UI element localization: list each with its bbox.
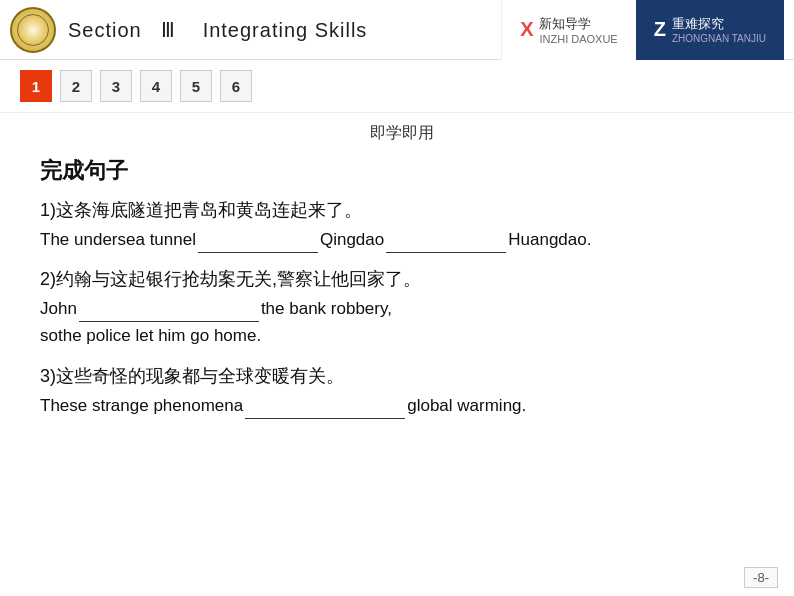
tab-1[interactable]: 1: [20, 70, 52, 102]
center-label: 即学即用: [40, 123, 764, 144]
header-title: Section Ⅲ Integrating Skills: [68, 18, 367, 42]
tab-4[interactable]: 4: [140, 70, 172, 102]
zhong-text: 重难探究 ZHONGNAN TANJIU: [672, 15, 766, 44]
exercise-2: 2)约翰与这起银行抢劫案无关,警察让他回家了。 Johnthe bank rob…: [40, 267, 764, 349]
section-label: Section: [68, 19, 142, 41]
logo: [10, 7, 56, 53]
exercise-1: 1)这条海底隧道把青岛和黄岛连起来了。 The undersea tunnelQ…: [40, 198, 764, 253]
ex1-cn: 1)这条海底隧道把青岛和黄岛连起来了。: [40, 198, 764, 222]
x-icon: X: [520, 18, 533, 41]
ex1-blank1: [198, 235, 318, 253]
tab-2[interactable]: 2: [60, 70, 92, 102]
logo-inner: [17, 14, 49, 46]
xin-en: INZHI DAOXUE: [539, 33, 617, 45]
xin-text: 新知导学 INZHI DAOXUE: [539, 15, 617, 45]
section-number: Ⅲ: [161, 19, 176, 41]
xin-zh: 新知导学: [539, 15, 617, 33]
tabs-bar: 1 2 3 4 5 6: [0, 60, 794, 113]
page-number: -8-: [744, 567, 778, 588]
header-right: X 新知导学 INZHI DAOXUE Z 重难探究 ZHONGNAN TANJ…: [501, 0, 784, 60]
ex2-en: Johnthe bank robbery,sothe police let hi…: [40, 295, 764, 349]
exercise-3: 3)这些奇怪的现象都与全球变暖有关。 These strange phenome…: [40, 364, 764, 419]
ex2-cn: 2)约翰与这起银行抢劫案无关,警察让他回家了。: [40, 267, 764, 291]
ex2-blank1: [79, 304, 259, 322]
tab-5[interactable]: 5: [180, 70, 212, 102]
ex3-cn: 3)这些奇怪的现象都与全球变暖有关。: [40, 364, 764, 388]
section-heading: 完成句子: [40, 156, 764, 186]
tab-6[interactable]: 6: [220, 70, 252, 102]
section-title-text: Integrating Skills: [203, 19, 368, 41]
ex3-en: These strange phenomenaglobal warming.: [40, 392, 764, 419]
ex1-en: The undersea tunnelQingdaoHuangdao.: [40, 226, 764, 253]
z-icon: Z: [654, 18, 666, 41]
ex1-blank2: [386, 235, 506, 253]
tab-3[interactable]: 3: [100, 70, 132, 102]
zhong-en: ZHONGNAN TANJIU: [672, 33, 766, 44]
zhong-zh: 重难探究: [672, 15, 766, 33]
zhong-box: Z 重难探究 ZHONGNAN TANJIU: [636, 0, 784, 60]
xin-box: X 新知导学 INZHI DAOXUE: [501, 0, 636, 60]
ex3-blank1: [245, 401, 405, 419]
main-content: 即学即用 完成句子 1)这条海底隧道把青岛和黄岛连起来了。 The unders…: [0, 113, 794, 443]
header: Section Ⅲ Integrating Skills X 新知导学 INZH…: [0, 0, 794, 60]
